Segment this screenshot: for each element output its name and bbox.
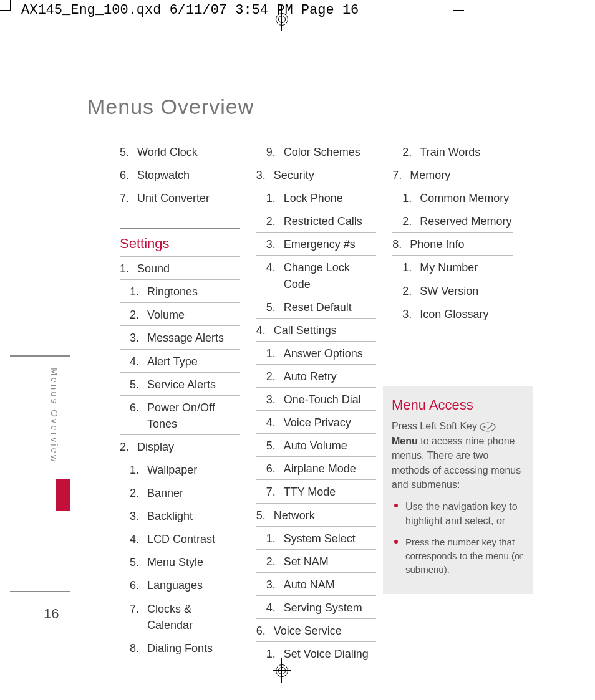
prepress-slug: AX145_Eng_100.qxd 6/11/07 3:54 PM Page 1… [21, 2, 359, 18]
list-item: 1.Ringtones [120, 280, 240, 303]
list-item: 2.Set NAM [256, 550, 377, 573]
list-item: 3.One-Touch Dial [256, 388, 377, 411]
list-item: 5.Menu Style [120, 550, 240, 573]
list-item: 1.Wallpaper [120, 458, 240, 481]
list-item: 5.World Clock [120, 140, 240, 163]
box-bullet: Use the navigation key to highlight and … [392, 499, 524, 528]
list-item: 6.Languages [120, 573, 240, 597]
list-item: 7.TTY Mode [256, 480, 377, 503]
box-bullet: Press the number key that corresponds to… [392, 535, 524, 576]
list-item: 2.Restricted Calls [256, 209, 377, 233]
list-item: 4.Call Settings [256, 319, 377, 342]
list-item: 4.Change Lock Code [256, 256, 377, 295]
list-item: 3.Message Alerts [120, 326, 240, 349]
list-item: 7.Memory [392, 163, 513, 186]
list-item: 5.Service Alerts [120, 373, 240, 396]
box-paragraph: Press Left Soft Key Menu to access nine … [392, 419, 524, 492]
list-item: 1.Answer Options [256, 342, 377, 365]
list-item: 4.LCD Contrast [120, 527, 240, 550]
section-rule [120, 228, 240, 229]
side-tab-label: Menus Overview [49, 368, 60, 464]
list-item: 7.Clocks & Calendar [120, 597, 240, 636]
list-item: 3.Security [256, 163, 377, 186]
soft-key-icon [480, 420, 496, 434]
list-item: 5.Reset Default [256, 295, 377, 319]
list-item: 4.Voice Privacy [256, 411, 377, 434]
sidebar-rule [10, 355, 70, 357]
list-item: 6.Airplane Mode [256, 457, 377, 480]
list-item: 1.Sound [120, 257, 240, 280]
list-item: 6.Power On/Off Tones [120, 396, 240, 435]
menu-access-box: Menu Access Press Left Soft Key Menu to … [383, 386, 533, 594]
list-item: 2.Train Words [392, 140, 513, 163]
list-item: 1.Common Memory [392, 186, 513, 209]
box-heading: Menu Access [392, 395, 524, 415]
section-heading-settings: Settings [120, 231, 240, 257]
list-item: 1.System Select [256, 527, 377, 550]
list-item: 3.Backlight [120, 504, 240, 527]
list-item: 8.Phone Info [392, 233, 513, 256]
crop-marks-bottom [0, 644, 595, 700]
sidebar-accent [56, 479, 70, 511]
list-item: 1.My Number [392, 256, 513, 279]
list-item: 3.Auto NAM [256, 573, 377, 596]
column-1: 5.World Clock 6.Stopwatch 7.Unit Convert… [120, 140, 240, 664]
list-item: 2.Banner [120, 481, 240, 504]
crop-marks-top: AX145_Eng_100.qxd 6/11/07 3:54 PM Page 1… [0, 0, 595, 25]
register-mark-bottom [273, 658, 291, 683]
column-2: 9.Color Schemes 3.Security 1.Lock Phone … [256, 140, 377, 664]
page-number: 16 [44, 606, 59, 622]
list-item: 6.Stopwatch [120, 163, 240, 186]
list-item: 7.Unit Converter [120, 186, 240, 209]
list-item: 5.Network [256, 504, 377, 527]
list-item: 2.SW Version [392, 279, 513, 302]
list-item: 2.Volume [120, 303, 240, 326]
list-item: 4.Serving System [256, 596, 377, 619]
svg-point-1 [484, 426, 486, 428]
page-title: Menus Overview [87, 95, 254, 119]
sidebar-rule [10, 591, 70, 592]
list-item: 3.Icon Glossary [392, 302, 513, 325]
list-item: 2.Auto Retry [256, 365, 377, 388]
list-item: 2.Reserved Memory [392, 209, 513, 233]
list-item: 2.Display [120, 435, 240, 458]
list-item: 4.Alert Type [120, 350, 240, 373]
list-item: 6.Voice Service [256, 619, 377, 642]
list-item: 1.Lock Phone [256, 186, 377, 209]
list-item: 3.Emergency #s [256, 233, 377, 256]
list-item: 5.Auto Volume [256, 434, 377, 457]
svg-point-0 [480, 423, 495, 431]
list-item: 9.Color Schemes [256, 140, 377, 163]
